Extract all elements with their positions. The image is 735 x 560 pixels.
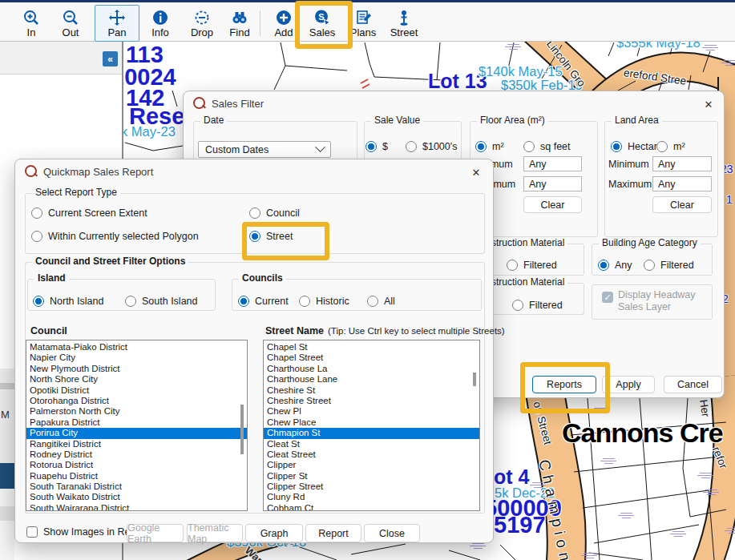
list-item[interactable]: Rotorua District: [26, 460, 247, 470]
radio-sqfeet[interactable]: sq feet: [523, 141, 571, 152]
list-item[interactable]: Rangitikei District: [26, 439, 247, 449]
toolbar-button-pan[interactable]: Pan: [95, 5, 139, 42]
list-item[interactable]: Otorohanga District: [26, 396, 247, 406]
radio-dot: [611, 141, 622, 152]
radio-dot: [299, 296, 310, 307]
radio-construction-filtered-1[interactable]: Filtered: [507, 260, 557, 271]
land-max-input[interactable]: Any: [652, 176, 712, 191]
scrollbar-thumb[interactable]: [473, 373, 476, 386]
dialog-titlebar[interactable]: Quickmap Sales Report: [15, 159, 493, 183]
list-item[interactable]: South Taranaki District: [26, 481, 247, 492]
apply-button[interactable]: Apply: [602, 376, 655, 393]
list-item[interactable]: Charthouse La: [264, 364, 479, 374]
list-item[interactable]: Chapel St: [264, 342, 479, 353]
list-item[interactable]: Cleat St: [264, 439, 479, 449]
toolbar-button-out[interactable]: Out: [51, 5, 90, 42]
street-listbox[interactable]: Chapel StChapel StreetCharthouse LaChart…: [263, 340, 480, 511]
list-item[interactable]: Opotiki District: [26, 385, 247, 396]
list-item[interactable]: Matamata-Piako District: [26, 342, 247, 353]
radio-sqm[interactable]: m²: [475, 141, 504, 152]
radio-north-island[interactable]: North Island: [33, 296, 103, 307]
list-item[interactable]: Ruapehu District: [26, 471, 247, 481]
toolbar-button-plans[interactable]: Plans: [345, 5, 382, 42]
plans-icon: [354, 8, 372, 27]
toolbar-label: Out: [63, 27, 79, 38]
google-earth-button[interactable]: Google Earth: [127, 524, 184, 542]
radio-land-sqm[interactable]: m²: [656, 141, 685, 152]
radio-councils-all[interactable]: All: [367, 296, 395, 307]
list-item[interactable]: South Wairarapa District: [26, 503, 247, 511]
list-item[interactable]: Cleat Street: [264, 449, 479, 460]
list-item[interactable]: New Plymouth District: [26, 364, 247, 374]
dialog-titlebar[interactable]: Sales Filter: [184, 91, 724, 115]
radio-building-age-any[interactable]: Any: [598, 260, 632, 271]
list-item[interactable]: Chew Place: [264, 417, 479, 428]
radio-within-polygon[interactable]: Within Currently selected Polygon: [31, 231, 199, 242]
radio-hectare[interactable]: Hectare: [611, 141, 663, 152]
minimum-label: Minimum: [608, 159, 649, 170]
radio-councils-current[interactable]: Current: [238, 296, 289, 307]
toolbar-button-sales[interactable]: SSales: [303, 5, 341, 42]
list-item[interactable]: Rodney District: [26, 449, 247, 460]
radio-current-screen-extent[interactable]: Current Screen Extent: [31, 207, 147, 219]
toolbar-button-info[interactable]: Info: [143, 5, 178, 42]
list-item[interactable]: Cobham Ct: [264, 503, 479, 511]
parcel-annotation: [702, 488, 720, 497]
toolbar-button-drop[interactable]: Drop: [183, 5, 221, 42]
scrollbar-thumb[interactable]: [240, 405, 244, 454]
zoom-in-icon: [22, 8, 40, 27]
land-min-input[interactable]: Any: [652, 156, 712, 171]
radio-councils-historic[interactable]: Historic: [299, 296, 349, 307]
list-item[interactable]: Palmerston North City: [26, 406, 247, 417]
toolbar-button-street[interactable]: Street: [385, 5, 423, 42]
radio-label: North Island: [50, 296, 103, 307]
radio-council[interactable]: Council: [249, 207, 300, 219]
radio-south-island[interactable]: South Island: [125, 296, 198, 307]
group-label: Floor Area (m²): [477, 115, 548, 126]
council-listbox[interactable]: Matamata-Piako DistrictNapier CityNew Pl…: [26, 340, 248, 511]
floor-clear-button[interactable]: Clear: [523, 196, 582, 213]
list-item[interactable]: Chapel Street: [264, 353, 479, 363]
reports-button[interactable]: Reports: [532, 376, 596, 393]
floor-max-input[interactable]: Any: [523, 176, 582, 191]
sidebar-collapse-button[interactable]: «: [103, 51, 118, 66]
graph-button[interactable]: Graph: [245, 524, 303, 542]
close-icon[interactable]: ✕: [701, 97, 716, 111]
list-item[interactable]: Clipper: [264, 460, 479, 470]
list-item[interactable]: Papakura District: [26, 417, 247, 428]
toolbar-button-find[interactable]: Find: [221, 5, 258, 42]
show-images-checkbox[interactable]: [26, 526, 38, 538]
date-range-combobox[interactable]: Custom Dates: [198, 141, 331, 158]
list-item[interactable]: Porirua City: [26, 428, 247, 438]
list-item[interactable]: Napier City: [26, 353, 247, 363]
close-button[interactable]: Close: [364, 524, 420, 542]
list-item[interactable]: Chmapion St: [264, 428, 479, 438]
close-icon[interactable]: ✕: [469, 165, 483, 179]
cancel-button[interactable]: Cancel: [664, 376, 722, 393]
radio-thousands[interactable]: $1000's: [406, 141, 457, 152]
parcel-annotation: [591, 406, 608, 415]
land-clear-button[interactable]: Clear: [652, 196, 712, 213]
toolbar-button-add[interactable]: Add: [266, 5, 301, 42]
list-item[interactable]: Chew Pl: [264, 406, 479, 417]
list-item[interactable]: Clipper St: [264, 471, 479, 481]
radio-dollars[interactable]: $: [365, 141, 388, 152]
report-button[interactable]: Report: [305, 524, 361, 542]
list-item[interactable]: Charthouse Lane: [264, 374, 479, 385]
list-item[interactable]: Cheshire Street: [264, 396, 479, 406]
list-item[interactable]: Cluny Rd: [264, 492, 479, 502]
radio-building-age-filtered[interactable]: Filtered: [644, 260, 694, 271]
list-item[interactable]: Clipper Street: [264, 481, 479, 492]
floor-min-input[interactable]: Any: [523, 156, 582, 171]
toolbar-button-in[interactable]: In: [13, 5, 50, 42]
list-item[interactable]: Cheshire St: [264, 385, 479, 396]
list-item[interactable]: North Shore City: [26, 374, 247, 385]
parcel-annotation: [721, 58, 735, 67]
list-item[interactable]: South Waikato District: [26, 492, 247, 502]
headway-checkbox[interactable]: ✓: [602, 292, 613, 303]
radio-construction-filtered-2[interactable]: Filtered: [512, 300, 563, 311]
radio-street[interactable]: Street: [249, 231, 293, 242]
map-label: 1: [726, 194, 733, 206]
thematic-map-button[interactable]: Thematic Map: [187, 524, 243, 542]
toolbar-label: Sales: [309, 27, 336, 38]
